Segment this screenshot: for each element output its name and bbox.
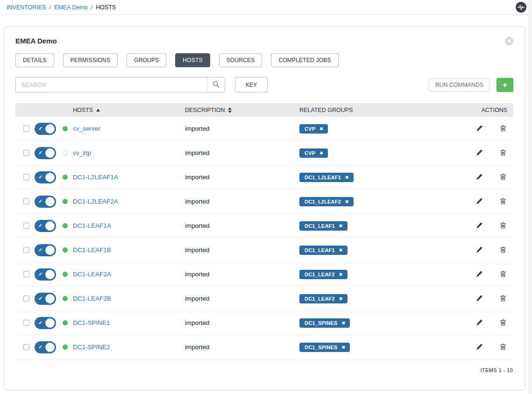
host-name-link[interactable]: cv_server [73, 125, 100, 132]
tab-hosts[interactable]: HOSTS [175, 53, 210, 67]
related-group-chip[interactable]: DC1_LEAF1✖ [299, 246, 348, 255]
close-icon[interactable]: ✕ [505, 37, 513, 45]
host-enabled-toggle[interactable]: ✓ [35, 123, 56, 135]
remove-group-icon[interactable]: ✖ [339, 248, 343, 253]
column-header-description[interactable]: DESCRIPTION [185, 107, 299, 113]
row-select-checkbox[interactable] [23, 271, 29, 277]
edit-host-button[interactable] [476, 149, 483, 157]
page-scrollbar[interactable] [529, 0, 532, 394]
host-name-link[interactable]: DC1-L2LEAF2A [73, 198, 118, 205]
remove-group-icon[interactable]: ✖ [341, 345, 345, 350]
host-enabled-toggle[interactable]: ✓ [35, 244, 56, 256]
host-enabled-toggle[interactable]: ✓ [35, 220, 56, 232]
toggle-knob [45, 294, 55, 303]
tab-details[interactable]: DETAILS [15, 53, 54, 67]
host-enabled-toggle[interactable]: ✓ [35, 171, 56, 183]
row-select-checkbox[interactable] [23, 344, 29, 350]
host-status-dot [63, 199, 68, 204]
edit-host-button[interactable] [476, 319, 483, 327]
host-enabled-toggle[interactable]: ✓ [35, 196, 56, 208]
breadcrumb-inventories-link[interactable]: INVENTORIES [7, 4, 46, 11]
remove-group-icon[interactable]: ✖ [339, 224, 343, 228]
edit-host-button[interactable] [476, 270, 483, 279]
tab-completed-jobs[interactable]: COMPLETED JOBS [271, 53, 338, 67]
delete-host-button[interactable] [500, 149, 506, 157]
remove-group-icon[interactable]: ✖ [319, 151, 323, 155]
table-row: ✓ DC1-SPINE2 imported DC1_SPINES✖ [15, 335, 513, 359]
tab-groups[interactable]: GROUPS [127, 53, 166, 67]
remove-group-icon[interactable]: ✖ [339, 272, 343, 277]
row-select-checkbox[interactable] [23, 320, 29, 326]
tab-permissions[interactable]: PERMISSIONS [63, 53, 118, 67]
host-name-link[interactable]: DC1-L2LEAF1A [73, 174, 118, 181]
host-name-link[interactable]: DC1-LEAF2B [73, 295, 111, 302]
remove-group-icon[interactable]: ✖ [319, 127, 323, 131]
row-select-checkbox[interactable] [23, 198, 29, 204]
check-icon: ✓ [38, 296, 43, 302]
host-name-link[interactable]: DC1-LEAF1B [73, 246, 111, 253]
delete-host-button[interactable] [500, 343, 506, 352]
breadcrumb: INVENTORIES / EMEA Demo / HOSTS [7, 4, 116, 11]
delete-host-button[interactable] [500, 197, 506, 206]
add-host-button[interactable]: + [497, 78, 513, 92]
remove-group-icon[interactable]: ✖ [339, 296, 343, 301]
related-group-chip[interactable]: CVP✖ [299, 148, 328, 158]
tab-sources[interactable]: SOURCES [219, 53, 262, 67]
remove-group-icon[interactable]: ✖ [341, 321, 345, 325]
row-select-checkbox[interactable] [23, 223, 29, 229]
host-name-link[interactable]: DC1-SPINE1 [73, 319, 110, 326]
delete-host-button[interactable] [500, 125, 506, 133]
delete-host-button[interactable] [500, 173, 506, 182]
host-enabled-toggle[interactable]: ✓ [35, 317, 56, 329]
delete-host-button[interactable] [500, 270, 506, 279]
key-button[interactable]: KEY [235, 77, 268, 92]
activity-pulse-icon[interactable] [516, 2, 526, 13]
row-select-checkbox[interactable] [23, 126, 29, 132]
host-name-link[interactable]: DC1-LEAF1A [73, 222, 111, 229]
remove-group-icon[interactable]: ✖ [345, 175, 349, 180]
host-enabled-toggle[interactable]: ✓ [35, 341, 56, 353]
host-name-link[interactable]: DC1-SPINE2 [73, 344, 110, 351]
host-name-link[interactable]: cv_ztp [73, 149, 91, 156]
related-group-chip[interactable]: DC1_L2LEAF2✖ [299, 197, 354, 206]
edit-host-button[interactable] [476, 343, 483, 352]
edit-host-button[interactable] [476, 246, 483, 254]
host-enabled-toggle[interactable]: ✓ [35, 293, 56, 305]
search-input[interactable] [16, 77, 207, 92]
delete-host-button[interactable] [500, 246, 506, 254]
edit-host-button[interactable] [476, 222, 483, 230]
column-header-hosts[interactable]: HOSTS [73, 107, 185, 113]
related-group-chip[interactable]: DC1_SPINES✖ [299, 343, 350, 352]
pencil-icon [476, 319, 483, 327]
table-header-row: HOSTS DESCRIPTION RELATED GROUPS ACTIONS [15, 103, 513, 117]
row-select-checkbox[interactable] [23, 150, 29, 156]
related-group-chip[interactable]: DC1_LEAF2✖ [299, 270, 348, 279]
trash-icon [500, 270, 506, 279]
search-button[interactable] [207, 77, 225, 92]
edit-host-button[interactable] [476, 197, 483, 206]
group-chip-label: DC1_LEAF2 [305, 296, 335, 302]
edit-host-button[interactable] [476, 125, 483, 133]
delete-host-button[interactable] [500, 295, 506, 303]
host-status-dot [63, 223, 68, 228]
related-group-chip[interactable]: DC1_L2LEAF1✖ [299, 173, 354, 182]
remove-group-icon[interactable]: ✖ [345, 199, 349, 204]
row-select-checkbox[interactable] [23, 247, 29, 253]
host-name-link[interactable]: DC1-LEAF2A [73, 271, 111, 278]
row-select-checkbox[interactable] [23, 296, 29, 302]
delete-host-button[interactable] [500, 222, 506, 230]
breadcrumb-inventory-link[interactable]: EMEA Demo [54, 4, 88, 11]
run-commands-button[interactable]: RUN COMMANDS [429, 78, 490, 91]
delete-host-button[interactable] [500, 319, 506, 327]
row-select-checkbox[interactable] [23, 174, 29, 180]
edit-host-button[interactable] [476, 295, 483, 303]
host-enabled-toggle[interactable]: ✓ [35, 268, 56, 281]
edit-host-button[interactable] [476, 173, 483, 182]
related-group-chip[interactable]: DC1_SPINES✖ [299, 318, 350, 328]
related-group-chip[interactable]: CVP✖ [299, 124, 328, 134]
related-group-chip[interactable]: DC1_LEAF1✖ [299, 221, 348, 231]
related-group-chip[interactable]: DC1_LEAF2✖ [299, 294, 348, 303]
host-enabled-toggle[interactable]: ✓ [35, 147, 56, 159]
pencil-icon [476, 270, 483, 279]
column-header-label: DESCRIPTION [185, 107, 225, 113]
